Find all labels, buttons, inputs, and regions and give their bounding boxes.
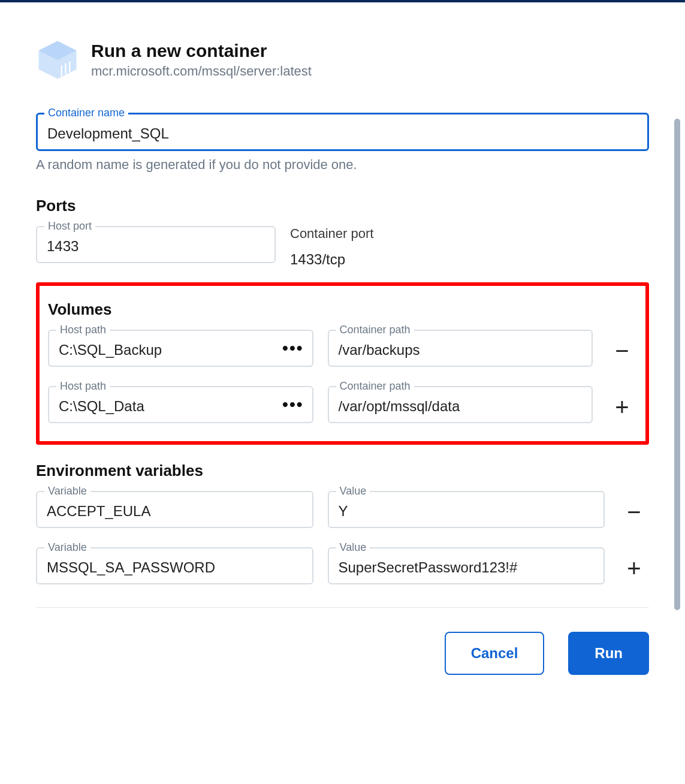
env-row-0: Variable Value − (36, 491, 649, 533)
env-variable-label-0: Variable (44, 485, 90, 497)
volume-container-field-1: Container path (328, 386, 593, 423)
volume-row-1: Host path ••• Container path + (48, 386, 637, 428)
volume-host-field-1: Host path ••• (48, 386, 313, 423)
form-scroll-area: Container name A random name is generate… (0, 113, 685, 608)
volume-row-0: Host path ••• Container path − (48, 330, 637, 372)
volume-container-label-0: Container path (336, 324, 414, 336)
container-cube-icon (36, 38, 79, 82)
container-port-label: Container port (290, 226, 605, 242)
env-value-label-1: Value (336, 541, 370, 554)
modal-header: Run a new container mcr.microsoft.com/ms… (0, 2, 685, 99)
cancel-button[interactable]: Cancel (445, 632, 545, 675)
container-name-field: Container name (36, 113, 649, 151)
plus-icon: + (627, 555, 641, 582)
modal-footer: Cancel Run (0, 632, 685, 711)
footer-divider (36, 607, 649, 608)
env-value-label-0: Value (336, 485, 370, 497)
host-port-label: Host port (44, 220, 95, 233)
volume-container-field-0: Container path (328, 330, 593, 367)
env-row-1: Variable Value + (36, 547, 649, 589)
volume-host-label-0: Host path (56, 324, 110, 336)
volumes-highlighted-section: Volumes Host path ••• Container path − H… (36, 282, 649, 445)
container-port-value: 1433/tcp (290, 246, 605, 268)
minus-icon: − (627, 499, 641, 526)
volume-host-label-1: Host path (56, 380, 110, 393)
plus-icon: + (615, 394, 629, 421)
env-value-field-0: Value (328, 491, 605, 528)
remove-env-button-0[interactable]: − (619, 499, 649, 526)
env-value-field-1: Value (328, 547, 605, 584)
container-port-field: Container port 1433/tcp (290, 226, 605, 268)
add-env-button[interactable]: + (619, 555, 649, 582)
volumes-section-title: Volumes (48, 300, 637, 319)
ports-section-title: Ports (36, 197, 649, 215)
env-variable-label-1: Variable (44, 541, 90, 554)
minus-icon: − (615, 337, 629, 364)
ports-row: Host port Container port 1433/tcp (36, 226, 649, 268)
add-volume-button[interactable]: + (607, 394, 637, 421)
host-port-field: Host port (36, 226, 276, 263)
env-section-title: Environment variables (36, 462, 649, 480)
scrollbar[interactable] (674, 119, 680, 610)
container-name-hint: A random name is generated if you do not… (36, 157, 649, 173)
run-button[interactable]: Run (568, 632, 649, 675)
env-variable-field-0: Variable (36, 491, 313, 528)
remove-volume-button-0[interactable]: − (607, 337, 637, 364)
image-reference: mcr.microsoft.com/mssql/server:latest (91, 64, 312, 79)
run-container-modal: Run a new container mcr.microsoft.com/ms… (0, 0, 685, 784)
header-text: Run a new container mcr.microsoft.com/ms… (91, 41, 312, 79)
volume-container-label-1: Container path (336, 380, 414, 393)
container-name-label: Container name (44, 107, 128, 119)
volume-host-field-0: Host path ••• (48, 330, 313, 367)
modal-title: Run a new container (91, 41, 312, 61)
env-variable-field-1: Variable (36, 547, 313, 584)
